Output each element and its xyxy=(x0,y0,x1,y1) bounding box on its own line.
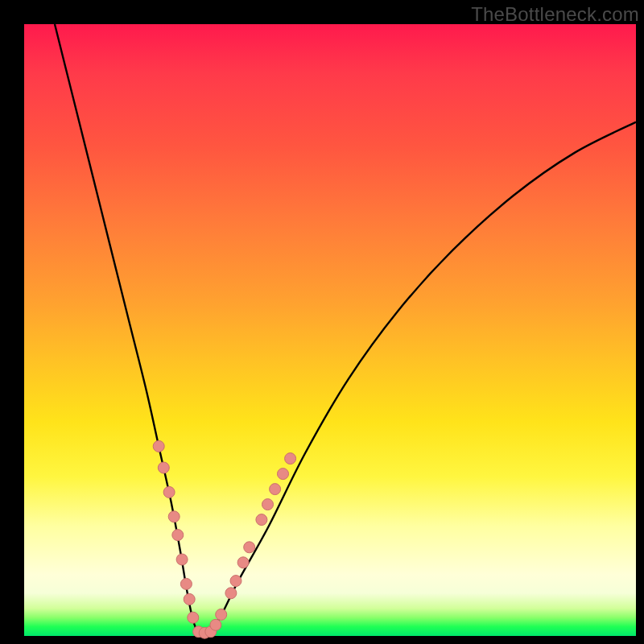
curve-bead xyxy=(180,578,192,589)
curve-bead xyxy=(153,440,164,452)
plot-area xyxy=(24,24,636,636)
curve-bead xyxy=(172,530,184,541)
curve-bead xyxy=(237,557,249,568)
curve-bead xyxy=(210,619,221,630)
curve-bead xyxy=(184,593,195,605)
bottleneck-curve xyxy=(55,24,636,635)
outer-frame: TheBottleneck.com xyxy=(0,0,644,644)
watermark-text: TheBottleneck.com xyxy=(471,3,639,26)
curve-bead xyxy=(188,612,199,623)
curve-bead xyxy=(278,469,289,480)
curve-bead xyxy=(225,588,237,599)
curve-bead xyxy=(244,542,255,553)
curve-bead xyxy=(270,484,281,495)
curve-bead xyxy=(256,514,267,526)
curve-bead xyxy=(163,486,175,497)
curve-bead xyxy=(230,576,242,587)
curve-bead xyxy=(285,453,296,464)
curve-bead xyxy=(176,554,188,565)
curve-bead xyxy=(216,609,227,620)
curve-bead xyxy=(262,499,274,510)
chart-svg xyxy=(24,24,636,636)
curve-bead xyxy=(158,462,169,473)
curve-bead xyxy=(168,511,180,522)
